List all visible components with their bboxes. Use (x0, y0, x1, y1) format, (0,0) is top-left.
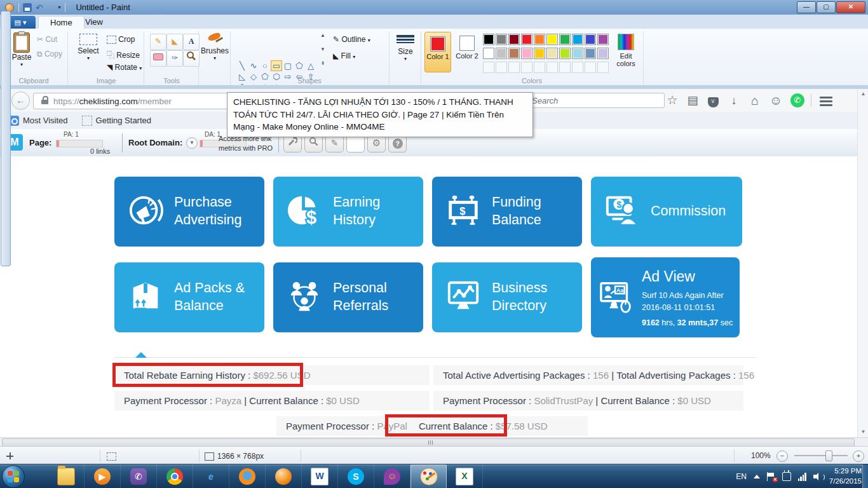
show-desktop-button[interactable] (862, 464, 868, 488)
size-button[interactable]: Size▾ (391, 34, 419, 62)
tile-business-directory[interactable]: Business Directory (432, 262, 582, 332)
palette-swatch[interactable] (534, 48, 545, 59)
pocket-icon[interactable]: ˅ (705, 93, 721, 107)
copy-button[interactable]: ⧉ Copy (37, 50, 67, 58)
taskbar-chrome-button[interactable] (157, 464, 193, 488)
quick-access-dropdown-icon[interactable]: ▾ (58, 4, 60, 10)
bookmark-getting-started[interactable]: Getting Started (96, 116, 151, 125)
scroll-down-icon[interactable]: ▼ (858, 427, 868, 437)
reading-list-icon[interactable]: ▤ (685, 93, 700, 107)
color1-button[interactable]: Color 1 (424, 32, 451, 72)
zoom-out-button[interactable]: − (776, 451, 788, 462)
palette-swatch[interactable] (521, 48, 532, 59)
select-button[interactable]: Select▾ (74, 32, 103, 61)
network-signal-icon[interactable] (798, 473, 806, 481)
palette-empty-well[interactable] (508, 62, 520, 73)
palette-swatch[interactable] (559, 34, 571, 45)
outline-button[interactable]: ✎ Outline ▾ (333, 35, 384, 44)
tile-earning-history[interactable]: $ Earning History (273, 177, 423, 247)
clock[interactable]: 5:29 PM7/26/2015 (829, 466, 862, 486)
shape-polygon-icon[interactable]: ⬠ (294, 60, 305, 71)
brushes-button[interactable]: Brushes▾ (201, 32, 229, 61)
taskbar-word-button[interactable]: W (302, 464, 338, 488)
redo-icon[interactable]: ↷ (47, 3, 55, 12)
maximize-button[interactable]: ▢ (817, 1, 836, 13)
taskbar-skype-button[interactable]: S (338, 464, 374, 488)
palette-swatch[interactable] (585, 48, 596, 59)
close-button[interactable]: ✕ (836, 1, 865, 13)
taskbar-excel-button[interactable]: X (447, 464, 483, 488)
palette-swatch[interactable] (546, 34, 558, 45)
taskbar-viber-button[interactable]: ✆ (121, 464, 157, 488)
fill-button[interactable]: ◣ Fill ▾ (333, 51, 384, 60)
palette-empty-well[interactable] (572, 62, 583, 73)
palette-empty-well[interactable] (546, 62, 558, 73)
palette-swatch[interactable] (597, 48, 609, 59)
vertical-scrollbar[interactable]: ▲ ▼ (857, 89, 868, 437)
shapes-scroll-down[interactable]: ▼ (319, 46, 327, 52)
palette-empty-well[interactable] (534, 62, 545, 73)
zoom-slider-thumb[interactable] (825, 451, 832, 461)
action-center-flag-icon[interactable]: ✕ (767, 472, 775, 481)
save-icon[interactable] (23, 3, 32, 12)
taskbar-firefox-button[interactable] (229, 464, 266, 488)
palette-swatch[interactable] (546, 48, 558, 59)
volume-icon[interactable] (813, 473, 822, 480)
palette-swatch[interactable] (483, 48, 494, 59)
palette-empty-well[interactable] (585, 62, 596, 73)
power-plug-icon[interactable] (782, 472, 791, 481)
text-tool-icon[interactable]: A (183, 34, 200, 50)
rotate-button[interactable]: ◥ Rotate ▾ (107, 63, 145, 72)
palette-empty-well[interactable] (483, 62, 494, 73)
taskbar-paint-button[interactable] (410, 464, 447, 488)
palette-empty-well[interactable] (521, 62, 532, 73)
hidden-icons-arrow[interactable] (754, 475, 760, 478)
palette-swatch[interactable] (534, 34, 545, 45)
palette-empty-well[interactable] (496, 62, 507, 73)
shape-curve-icon[interactable]: ∿ (248, 60, 259, 71)
palette-swatch[interactable] (585, 34, 596, 45)
home-icon[interactable]: ⌂ (747, 93, 763, 107)
shape-line-icon[interactable]: ╲ (236, 60, 248, 71)
shapes-scroll-more[interactable]: ⇟ (319, 60, 327, 66)
zoom-in-button[interactable]: + (853, 451, 864, 462)
bookmark-star-icon[interactable]: ☆ (665, 93, 680, 107)
palette-swatch[interactable] (521, 34, 532, 45)
start-button[interactable] (2, 465, 25, 488)
shape-rounded-rectangle-icon[interactable]: ▢ (282, 60, 294, 71)
minimize-button[interactable]: — (797, 1, 816, 13)
back-button[interactable]: ← (11, 92, 30, 110)
pencil-tool-icon[interactable]: ✎ (150, 34, 166, 50)
palette-swatch[interactable] (508, 34, 520, 45)
palette-swatch[interactable] (483, 34, 494, 45)
cut-button[interactable]: ✂ Cut (37, 35, 67, 44)
palette-empty-well[interactable] (597, 62, 609, 73)
search-input[interactable] (526, 93, 665, 108)
tile-purchase-advertising[interactable]: Purchase Advertising (114, 177, 264, 247)
downloads-icon[interactable]: ↓ (726, 93, 742, 107)
palette-swatch[interactable] (572, 48, 583, 59)
shape-triangle-icon[interactable]: △ (305, 60, 316, 71)
root-domain-dropdown-icon[interactable]: ▼ (186, 137, 198, 149)
color-picker-tool-icon[interactable]: ✑ (166, 50, 183, 67)
taskbar-media-player-button[interactable]: ▶ (85, 464, 121, 488)
tile-funding-balance[interactable]: $ Funding Balance (432, 177, 582, 247)
tile-ad-view[interactable]: Aa Ad View Surf 10 Ads Again After 2016-… (591, 257, 740, 337)
palette-swatch[interactable] (496, 34, 507, 45)
horizontal-scrollbar[interactable] (0, 437, 868, 446)
feedback-smiley-icon[interactable]: ☺ (768, 93, 783, 107)
language-indicator[interactable]: EN (736, 472, 747, 481)
menu-hamburger-icon[interactable] (820, 97, 832, 108)
whatsapp-icon[interactable]: ✆ (790, 93, 804, 107)
tile-ad-packs-balance[interactable]: Ad Packs & Balance (114, 262, 264, 332)
palette-swatch[interactable] (572, 34, 583, 45)
taskbar-yahoo-messenger-button[interactable]: ☺ (374, 464, 410, 488)
color2-button[interactable]: Color 2 (454, 32, 480, 72)
taskbar-internet-explorer-button[interactable]: e (193, 464, 229, 488)
crop-button[interactable]: Crop (107, 35, 142, 44)
edit-colors-button[interactable]: Edit colors (611, 34, 641, 67)
palette-swatch[interactable] (508, 48, 520, 59)
zoom-slider-track[interactable] (794, 455, 848, 456)
resize-button[interactable]: ⿻ Resize (107, 49, 142, 60)
vertical-scrollbar-thumb[interactable] (1, 11, 11, 266)
